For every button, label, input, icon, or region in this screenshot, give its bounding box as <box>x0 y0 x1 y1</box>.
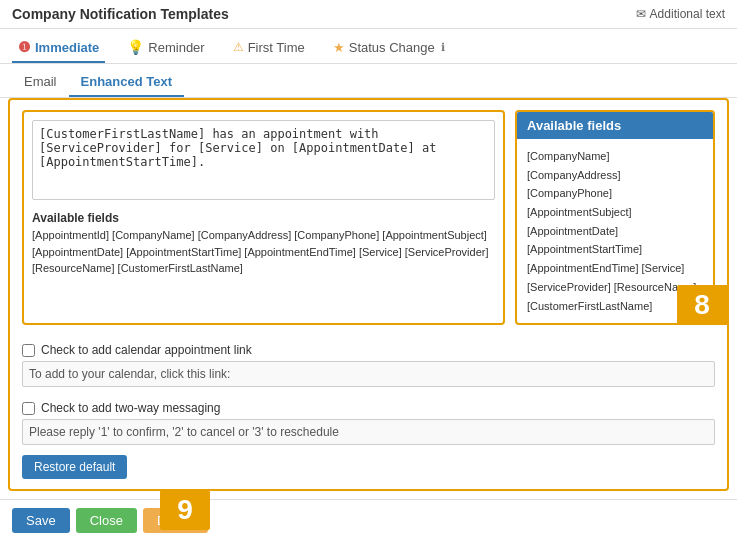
tab-immediate[interactable]: ❶ Immediate <box>12 35 105 63</box>
tab-immediate-label: Immediate <box>35 40 99 55</box>
page-wrapper: Company Notification Templates ✉ Additio… <box>0 0 737 538</box>
rp-field-line6: [AppointmentEndTime] [Service] <box>527 259 703 278</box>
close-button[interactable]: Close <box>76 508 137 533</box>
calendar-section: Check to add calendar appointment link <box>10 343 727 393</box>
restore-default-button[interactable]: Restore default <box>22 455 127 479</box>
envelope-icon: ✉ <box>636 7 646 21</box>
messaging-input[interactable] <box>22 419 715 445</box>
header: Company Notification Templates ✉ Additio… <box>0 0 737 29</box>
tab-firsttime[interactable]: ⚠ First Time <box>227 36 311 63</box>
available-fields-label: Available fields <box>32 211 495 225</box>
calendar-input[interactable] <box>22 361 715 387</box>
rp-field-line1: [CompanyName] [CompanyAddress] <box>527 147 703 184</box>
fields-text: [AppointmentId] [CompanyName] [CompanyAd… <box>32 227 495 277</box>
messaging-checkbox[interactable] <box>22 402 35 415</box>
tab-status-label: Status Change <box>349 40 435 55</box>
info-icon: ℹ <box>441 41 445 54</box>
tab-firsttime-label: First Time <box>248 40 305 55</box>
tab-enhanced-text-label: Enhanced Text <box>81 74 173 89</box>
page-title: Company Notification Templates <box>12 6 229 22</box>
content-wrapper: [CustomerFirstLastName] has an appointme… <box>8 98 729 491</box>
firsttime-icon: ⚠ <box>233 40 244 54</box>
calendar-checkbox[interactable] <box>22 344 35 357</box>
main-tabs: ❶ Immediate 💡 Reminder ⚠ First Time ★ St… <box>0 29 737 64</box>
available-fields-section: Available fields [AppointmentId] [Compan… <box>32 211 495 277</box>
rp-field-line4: [AppointmentDate] <box>527 222 703 241</box>
tab-enhanced-text[interactable]: Enhanced Text <box>69 70 185 97</box>
message-textarea[interactable]: [CustomerFirstLastName] has an appointme… <box>32 120 495 200</box>
header-right: ✉ Additional text <box>636 7 725 21</box>
tab-status-change[interactable]: ★ Status Change ℹ <box>327 36 451 63</box>
immediate-icon: ❶ <box>18 39 31 55</box>
tab-reminder-label: Reminder <box>148 40 204 55</box>
calendar-checkbox-row: Check to add calendar appointment link <box>22 343 715 357</box>
tab-reminder[interactable]: 💡 Reminder <box>121 35 210 63</box>
badge-9: 9 <box>160 490 210 530</box>
rp-field-line5: [AppointmentStartTime] <box>527 240 703 259</box>
sub-tabs: Email Enhanced Text <box>0 64 737 98</box>
messaging-checkbox-row: Check to add two-way messaging <box>22 401 715 415</box>
status-icon: ★ <box>333 40 345 55</box>
tab-email-label: Email <box>24 74 57 89</box>
messaging-section: Check to add two-way messaging <box>10 401 727 451</box>
right-panel-header: Available fields <box>517 112 713 139</box>
left-panel: [CustomerFirstLastName] has an appointme… <box>22 110 505 325</box>
rp-field-line3: [AppointmentSubject] <box>527 203 703 222</box>
messaging-label: Check to add two-way messaging <box>41 401 220 415</box>
save-button[interactable]: Save <box>12 508 70 533</box>
main-content: [CustomerFirstLastName] has an appointme… <box>10 100 727 335</box>
calendar-label: Check to add calendar appointment link <box>41 343 252 357</box>
badge-8: 8 <box>677 285 727 325</box>
bottom-area: Save Close Delete 9 <box>0 499 737 538</box>
header-right-label: Additional text <box>650 7 725 21</box>
reminder-icon: 💡 <box>127 39 144 55</box>
rp-field-line2: [CompanyPhone] <box>527 184 703 203</box>
tab-email[interactable]: Email <box>12 70 69 97</box>
